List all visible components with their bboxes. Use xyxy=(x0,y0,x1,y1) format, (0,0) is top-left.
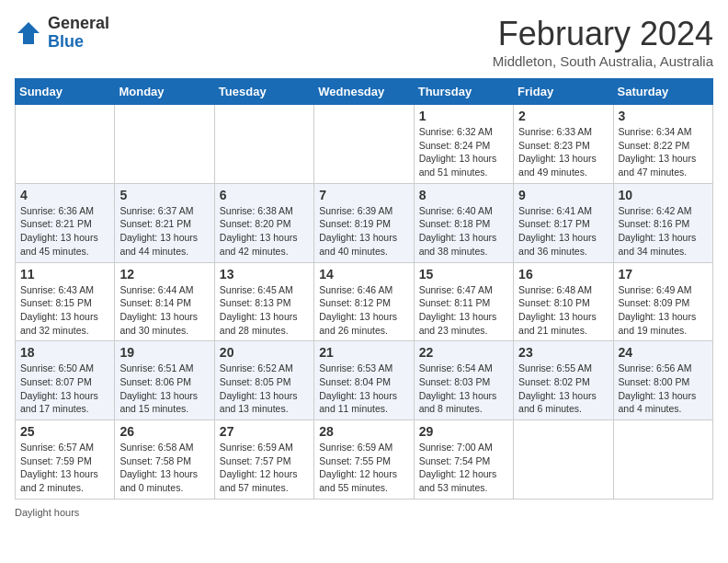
day-number: 22 xyxy=(419,345,508,360)
day-info: Sunrise: 6:32 AM Sunset: 8:24 PM Dayligh… xyxy=(419,125,508,179)
day-info: Sunrise: 6:48 AM Sunset: 8:10 PM Dayligh… xyxy=(518,283,608,338)
calendar-cell xyxy=(16,105,115,184)
calendar-cell: 29Sunrise: 7:00 AM Sunset: 7:54 PM Dayli… xyxy=(414,420,513,500)
calendar-cell: 3Sunrise: 6:34 AM Sunset: 8:22 PM Daylig… xyxy=(613,105,712,184)
day-info: Sunrise: 6:58 AM Sunset: 7:58 PM Dayligh… xyxy=(119,441,209,495)
calendar-cell: 14Sunrise: 6:46 AM Sunset: 8:12 PM Dayli… xyxy=(314,262,414,341)
calendar-cell: 25Sunrise: 6:57 AM Sunset: 7:59 PM Dayli… xyxy=(16,420,115,500)
day-number: 6 xyxy=(220,188,309,202)
day-number: 24 xyxy=(619,345,708,360)
day-number: 9 xyxy=(518,188,608,202)
day-number: 2 xyxy=(518,109,608,123)
day-info: Sunrise: 6:43 AM Sunset: 8:15 PM Dayligh… xyxy=(20,283,109,338)
calendar-header-row: SundayMondayTuesdayWednesdayThursdayFrid… xyxy=(16,79,713,105)
day-info: Sunrise: 6:36 AM Sunset: 8:21 PM Dayligh… xyxy=(20,204,109,259)
calendar-cell: 27Sunrise: 6:59 AM Sunset: 7:57 PM Dayli… xyxy=(214,420,313,500)
logo: General Blue xyxy=(15,15,109,52)
day-info: Sunrise: 6:39 AM Sunset: 8:19 PM Dayligh… xyxy=(319,204,408,259)
month-title: February 2024 xyxy=(493,15,713,53)
calendar-day-header: Tuesday xyxy=(214,79,313,105)
day-number: 19 xyxy=(119,345,209,360)
calendar-day-header: Saturday xyxy=(613,79,712,105)
day-info: Sunrise: 6:47 AM Sunset: 8:11 PM Dayligh… xyxy=(419,283,508,338)
day-number: 18 xyxy=(20,345,109,360)
day-info: Sunrise: 6:59 AM Sunset: 7:55 PM Dayligh… xyxy=(319,441,408,495)
calendar-cell: 13Sunrise: 6:45 AM Sunset: 8:13 PM Dayli… xyxy=(214,262,313,341)
day-info: Sunrise: 6:34 AM Sunset: 8:22 PM Dayligh… xyxy=(619,125,708,179)
day-number: 14 xyxy=(319,267,408,282)
calendar-cell xyxy=(314,105,414,184)
calendar-cell: 7Sunrise: 6:39 AM Sunset: 8:19 PM Daylig… xyxy=(314,183,414,262)
day-number: 13 xyxy=(220,267,309,282)
calendar-cell: 21Sunrise: 6:53 AM Sunset: 8:04 PM Dayli… xyxy=(314,341,414,420)
day-number: 1 xyxy=(419,109,508,123)
calendar-week-row: 1Sunrise: 6:32 AM Sunset: 8:24 PM Daylig… xyxy=(16,105,713,184)
calendar-day-header: Monday xyxy=(115,79,214,105)
day-number: 16 xyxy=(518,267,608,282)
calendar-day-header: Sunday xyxy=(16,79,115,105)
day-number: 17 xyxy=(619,267,708,282)
calendar-cell: 24Sunrise: 6:56 AM Sunset: 8:00 PM Dayli… xyxy=(613,341,712,420)
calendar-day-header: Friday xyxy=(514,79,613,105)
calendar-cell: 16Sunrise: 6:48 AM Sunset: 8:10 PM Dayli… xyxy=(514,262,613,341)
calendar-cell: 17Sunrise: 6:49 AM Sunset: 8:09 PM Dayli… xyxy=(613,262,712,341)
calendar: SundayMondayTuesdayWednesdayThursdayFrid… xyxy=(15,78,713,500)
calendar-week-row: 4Sunrise: 6:36 AM Sunset: 8:21 PM Daylig… xyxy=(16,183,713,262)
day-number: 27 xyxy=(220,424,309,439)
day-number: 21 xyxy=(319,345,408,360)
day-number: 5 xyxy=(119,188,209,202)
day-number: 7 xyxy=(319,188,408,202)
calendar-cell: 2Sunrise: 6:33 AM Sunset: 8:23 PM Daylig… xyxy=(514,105,613,184)
calendar-cell: 22Sunrise: 6:54 AM Sunset: 8:03 PM Dayli… xyxy=(414,341,513,420)
calendar-cell xyxy=(613,420,712,500)
calendar-cell xyxy=(514,420,613,500)
calendar-cell: 26Sunrise: 6:58 AM Sunset: 7:58 PM Dayli… xyxy=(115,420,214,500)
calendar-day-header: Wednesday xyxy=(314,79,414,105)
calendar-cell: 15Sunrise: 6:47 AM Sunset: 8:11 PM Dayli… xyxy=(414,262,513,341)
day-number: 12 xyxy=(119,267,209,282)
page-header: General Blue February 2024 Middleton, So… xyxy=(15,15,713,69)
day-number: 10 xyxy=(619,188,708,202)
day-number: 20 xyxy=(220,345,309,360)
calendar-cell: 11Sunrise: 6:43 AM Sunset: 8:15 PM Dayli… xyxy=(16,262,115,341)
day-info: Sunrise: 6:40 AM Sunset: 8:18 PM Dayligh… xyxy=(419,204,508,259)
logo-icon xyxy=(15,19,42,47)
day-number: 15 xyxy=(419,267,508,282)
day-info: Sunrise: 7:00 AM Sunset: 7:54 PM Dayligh… xyxy=(419,441,508,495)
calendar-cell: 8Sunrise: 6:40 AM Sunset: 8:18 PM Daylig… xyxy=(414,183,513,262)
calendar-cell: 19Sunrise: 6:51 AM Sunset: 8:06 PM Dayli… xyxy=(115,341,214,420)
day-info: Sunrise: 6:55 AM Sunset: 8:02 PM Dayligh… xyxy=(518,362,608,416)
calendar-week-row: 11Sunrise: 6:43 AM Sunset: 8:15 PM Dayli… xyxy=(16,262,713,341)
day-info: Sunrise: 6:37 AM Sunset: 8:21 PM Dayligh… xyxy=(119,204,209,259)
day-info: Sunrise: 6:56 AM Sunset: 8:00 PM Dayligh… xyxy=(619,362,708,416)
day-info: Sunrise: 6:54 AM Sunset: 8:03 PM Dayligh… xyxy=(419,362,508,416)
day-number: 3 xyxy=(619,109,708,123)
day-number: 4 xyxy=(20,188,109,202)
day-number: 29 xyxy=(419,424,508,439)
day-info: Sunrise: 6:41 AM Sunset: 8:17 PM Dayligh… xyxy=(518,204,608,259)
day-info: Sunrise: 6:53 AM Sunset: 8:04 PM Dayligh… xyxy=(319,362,408,416)
day-info: Sunrise: 6:33 AM Sunset: 8:23 PM Dayligh… xyxy=(518,125,608,179)
calendar-cell: 4Sunrise: 6:36 AM Sunset: 8:21 PM Daylig… xyxy=(16,183,115,262)
day-info: Sunrise: 6:38 AM Sunset: 8:20 PM Dayligh… xyxy=(220,204,309,259)
daylight-hours-label: Daylight hours xyxy=(15,507,79,518)
calendar-day-header: Thursday xyxy=(414,79,513,105)
day-info: Sunrise: 6:57 AM Sunset: 7:59 PM Dayligh… xyxy=(20,441,109,495)
day-number: 23 xyxy=(518,345,608,360)
svg-marker-0 xyxy=(17,22,40,44)
logo-text: General Blue xyxy=(48,15,109,52)
calendar-cell: 5Sunrise: 6:37 AM Sunset: 8:21 PM Daylig… xyxy=(115,183,214,262)
day-info: Sunrise: 6:52 AM Sunset: 8:05 PM Dayligh… xyxy=(220,362,309,416)
logo-blue: Blue xyxy=(48,32,84,51)
day-info: Sunrise: 6:44 AM Sunset: 8:14 PM Dayligh… xyxy=(119,283,209,338)
day-info: Sunrise: 6:49 AM Sunset: 8:09 PM Dayligh… xyxy=(619,283,708,338)
footer: Daylight hours xyxy=(15,507,713,518)
day-number: 28 xyxy=(319,424,408,439)
day-number: 11 xyxy=(20,267,109,282)
calendar-cell xyxy=(214,105,313,184)
calendar-cell: 28Sunrise: 6:59 AM Sunset: 7:55 PM Dayli… xyxy=(314,420,414,500)
day-info: Sunrise: 6:45 AM Sunset: 8:13 PM Dayligh… xyxy=(220,283,309,338)
day-number: 26 xyxy=(119,424,209,439)
title-block: February 2024 Middleton, South Australia… xyxy=(493,15,713,69)
calendar-cell xyxy=(115,105,214,184)
